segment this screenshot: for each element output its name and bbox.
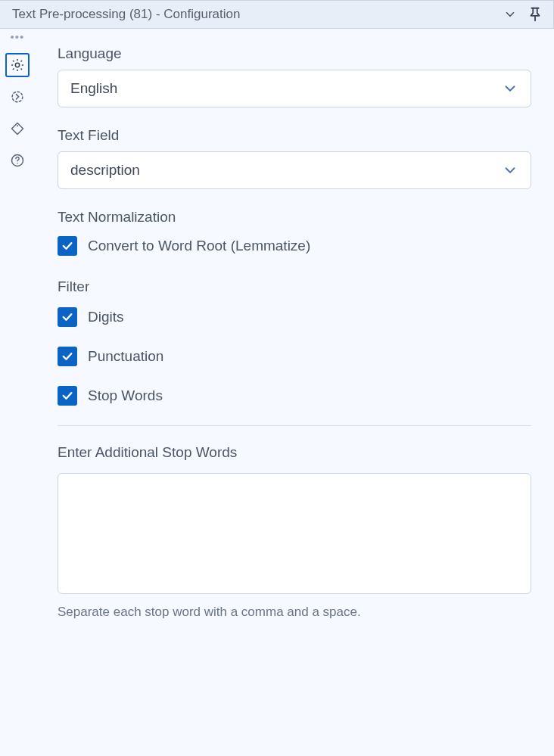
- checkbox-checked-icon: [58, 386, 77, 406]
- panel-body: ••• Languag: [0, 29, 554, 756]
- panel-header: Text Pre-processing (81) - Configuration: [0, 0, 554, 29]
- normalization-label: Text Normalization: [58, 209, 531, 226]
- checkbox-checked-icon: [58, 236, 77, 256]
- svg-point-2: [17, 125, 18, 126]
- textfield-value: description: [70, 162, 140, 179]
- digits-label: Digits: [88, 309, 124, 325]
- checkbox-checked-icon: [58, 347, 77, 366]
- textfield-select[interactable]: description: [58, 151, 531, 189]
- lemmatize-label: Convert to Word Root (Lemmatize): [88, 238, 310, 254]
- more-icon[interactable]: •••: [11, 35, 25, 45]
- panel-title: Text Pre-processing (81) - Configuration: [12, 7, 240, 22]
- svg-point-4: [17, 163, 18, 164]
- collapse-button[interactable]: [502, 6, 518, 23]
- filter-label: Filter: [58, 278, 531, 295]
- pin-button[interactable]: [524, 4, 546, 25]
- svg-point-1: [12, 92, 23, 102]
- chevron-down-icon: [503, 8, 517, 21]
- header-actions: [502, 4, 546, 25]
- tag-tab[interactable]: [5, 117, 30, 141]
- textfield-label: Text Field: [58, 127, 531, 144]
- chevron-down-icon: [502, 162, 518, 179]
- chevron-down-icon: [502, 80, 518, 97]
- punctuation-label: Punctuation: [88, 348, 163, 365]
- language-value: English: [70, 80, 117, 97]
- extra-stopwords-helper: Separate each stop word with a comma and…: [58, 605, 531, 620]
- punctuation-checkbox[interactable]: Punctuation: [58, 347, 531, 366]
- filter-group: Filter Digits Punctuation Stop Words: [58, 278, 531, 406]
- section-divider: [58, 425, 531, 426]
- refresh-icon: [10, 89, 25, 104]
- refresh-tab[interactable]: [5, 85, 30, 109]
- pin-icon: [527, 6, 543, 23]
- config-form: Language English Text Field description …: [35, 29, 554, 756]
- extra-stopwords-label: Enter Additional Stop Words: [58, 444, 531, 461]
- stopwords-label: Stop Words: [88, 387, 163, 404]
- digits-checkbox[interactable]: Digits: [58, 307, 531, 327]
- language-select[interactable]: English: [58, 70, 531, 107]
- help-icon: [10, 153, 25, 168]
- svg-point-0: [15, 63, 19, 67]
- tag-icon: [10, 121, 25, 136]
- lemmatize-checkbox[interactable]: Convert to Word Root (Lemmatize): [58, 236, 531, 256]
- language-label: Language: [58, 45, 531, 62]
- help-tab[interactable]: [5, 148, 30, 173]
- stopwords-checkbox[interactable]: Stop Words: [58, 386, 531, 406]
- checkbox-checked-icon: [58, 307, 77, 327]
- config-tab[interactable]: [5, 53, 30, 77]
- side-toolbar: •••: [0, 29, 35, 756]
- extra-stopwords-input[interactable]: [58, 473, 531, 594]
- gear-icon: [10, 58, 25, 73]
